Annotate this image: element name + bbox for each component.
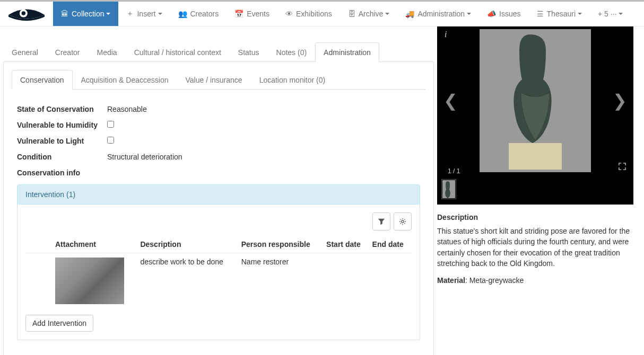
table-row[interactable]: describe work to be done Name restorer	[25, 253, 412, 309]
nav-creators[interactable]: 👥 Creators	[170, 2, 227, 26]
row-end	[369, 253, 412, 309]
add-intervention-button[interactable]: Add Intervention	[25, 315, 93, 332]
intervention-header[interactable]: Intervention (1)	[17, 184, 420, 205]
archive-icon: 🗄	[348, 10, 355, 18]
col-end: End date	[369, 236, 412, 253]
prev-image-button[interactable]: ❮	[437, 91, 464, 111]
humidity-checkbox[interactable]	[107, 121, 114, 128]
subtab-value[interactable]: Value / insurance	[177, 70, 250, 90]
col-drag	[25, 236, 52, 253]
tab-context[interactable]: Cultural / historical context	[126, 42, 230, 62]
settings-button[interactable]	[394, 212, 412, 230]
nav-insert-label: Insert	[137, 10, 155, 18]
attachment-thumbnail[interactable]	[55, 258, 124, 304]
truck-icon: 🚚	[405, 10, 414, 18]
col-person: Person responsible	[238, 236, 323, 253]
caret-down-icon	[578, 13, 582, 15]
nav-archive[interactable]: 🗄 Archive	[340, 2, 398, 26]
page-indicator: 1 / 1	[437, 166, 471, 175]
nav-exhibitions[interactable]: 👁 Exhibitions	[277, 2, 340, 26]
state-label: State of Conservation	[17, 105, 107, 113]
logo[interactable]	[0, 2, 53, 26]
object-image[interactable]	[480, 29, 591, 172]
administration-panel: Conservation Acquisition & Deaccession V…	[3, 62, 434, 355]
condition-value: Structural deterioration	[107, 153, 420, 161]
nav-events-label: Events	[247, 10, 269, 18]
nav-administration[interactable]: 🚚 Administration	[397, 2, 479, 26]
tab-media[interactable]: Media	[89, 42, 126, 62]
humidity-label: Vulnerable to Humidity	[17, 121, 107, 129]
sub-tabs: Conservation Acquisition & Deaccession V…	[12, 70, 425, 90]
col-description: Description	[137, 236, 238, 253]
tab-creator[interactable]: Creator	[47, 42, 89, 62]
tab-notes[interactable]: Notes (0)	[268, 42, 316, 62]
row-start	[323, 253, 369, 309]
caret-down-icon	[158, 13, 162, 15]
calendar-icon: 📅	[234, 10, 243, 18]
row-description: describe work to be done	[137, 253, 238, 309]
nav-thesauri-label: Thesauri	[547, 10, 576, 18]
intervention-body: Attachment Description Person responsibl…	[17, 205, 420, 340]
main-tabs: General Creator Media Cultural / histori…	[3, 42, 434, 62]
caret-down-icon	[619, 13, 623, 15]
nav-issues[interactable]: 📣 Issues	[479, 2, 528, 26]
nav-exhibitions-label: Exhibitions	[296, 10, 332, 18]
state-value: Reasonable	[107, 105, 420, 113]
material-value: : Meta-greywacke	[465, 276, 524, 285]
caret-down-icon	[385, 13, 389, 15]
svg-point-3	[402, 220, 404, 223]
nav-archive-label: Archive	[359, 10, 384, 18]
expand-icon	[619, 163, 626, 170]
gear-icon	[399, 218, 406, 225]
eye-icon: 👁	[285, 10, 293, 18]
light-checkbox[interactable]	[107, 137, 114, 144]
image-viewer: i ❮ ❯ 1 / 1	[437, 26, 633, 205]
plus-icon: ＋	[126, 9, 134, 19]
info-icon[interactable]: i	[445, 30, 447, 39]
material-label: Material	[437, 276, 465, 285]
nav-more-label: + 5 ···	[598, 10, 616, 18]
nav-collection-label: Collection	[72, 10, 104, 18]
thumbnail-strip	[437, 175, 633, 205]
nav-more[interactable]: + 5 ···	[590, 2, 631, 26]
intervention-table: Attachment Description Person responsibl…	[25, 236, 412, 308]
subtab-conservation[interactable]: Conservation	[12, 70, 73, 90]
col-attachment: Attachment	[52, 236, 137, 253]
conservation-panel: State of Conservation Reasonable Vulnera…	[12, 90, 425, 348]
top-navigation: 🏛 Collection ＋ Insert 👥 Creators 📅 Event…	[0, 0, 644, 26]
next-image-button[interactable]: ❯	[606, 91, 633, 111]
list-icon: ☰	[537, 10, 544, 18]
info-label: Conservation info	[17, 168, 107, 177]
thumbnail[interactable]	[441, 179, 456, 199]
nav-insert[interactable]: ＋ Insert	[118, 2, 170, 26]
description-body: This statue's short kilt and striding po…	[437, 226, 633, 269]
condition-label: Condition	[17, 153, 107, 161]
svg-point-2	[22, 11, 26, 15]
filter-icon	[378, 218, 385, 225]
material-line: Material: Meta-greywacke	[437, 276, 633, 285]
description-title: Description	[437, 213, 633, 221]
row-person: Name restorer	[238, 253, 323, 309]
bank-icon: 🏛	[61, 10, 68, 18]
nav-creators-label: Creators	[190, 10, 219, 18]
nav-thesauri[interactable]: ☰ Thesauri	[529, 2, 590, 26]
caret-down-icon	[467, 13, 471, 15]
col-start: Start date	[323, 236, 369, 253]
users-icon: 👥	[178, 10, 187, 18]
svg-rect-5	[509, 143, 562, 170]
tab-general[interactable]: General	[3, 42, 47, 62]
tab-administration[interactable]: Administration	[315, 42, 379, 62]
nav-collection[interactable]: 🏛 Collection	[53, 2, 118, 26]
nav-issues-label: Issues	[499, 10, 520, 18]
caret-down-icon	[106, 13, 110, 15]
tab-status[interactable]: Status	[230, 42, 268, 62]
light-label: Vulnerable to Light	[17, 137, 107, 145]
expand-button[interactable]	[619, 163, 626, 172]
subtab-acquisition[interactable]: Acquisition & Deaccession	[73, 70, 177, 90]
nav-administration-label: Administration	[417, 10, 465, 18]
filter-button[interactable]	[372, 212, 390, 230]
bullhorn-icon: 📣	[487, 10, 496, 18]
nav-events[interactable]: 📅 Events	[227, 2, 277, 26]
subtab-location[interactable]: Location monitor (0)	[251, 70, 334, 90]
